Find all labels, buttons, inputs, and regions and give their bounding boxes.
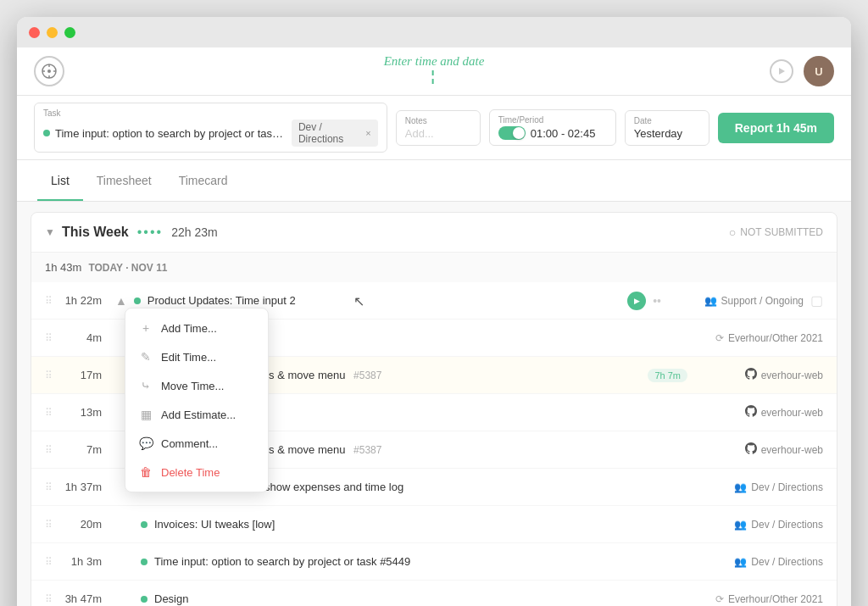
time-row: ⠿ 1h 3m Time input: option to search by … [31, 543, 837, 581]
row-project: everhour-web [687, 442, 823, 457]
row-duration: 4m [59, 331, 102, 344]
menu-delete-time[interactable]: 🗑 Delete Time [125, 458, 268, 486]
row-duration: 1h 3m [59, 555, 102, 568]
edit-icon: ✎ [139, 350, 153, 364]
row-title: Product Updates: Time input 2 [147, 294, 627, 307]
main-content: List Timesheet Timecard ▼ This Week ••••… [17, 160, 851, 606]
estimate-badge: 7h 7m [648, 369, 687, 382]
move-icon: ⤷ [139, 379, 153, 392]
status-dot [43, 130, 50, 136]
task-text: Time input: option to search by project … [55, 127, 287, 140]
avatar[interactable]: U [804, 56, 834, 86]
task-label: Task [43, 108, 378, 118]
svg-point-1 [47, 69, 51, 73]
day-hours: 1h 43m [45, 261, 81, 274]
row-project: 👥 Dev / Directions [687, 556, 823, 568]
row-status-dot [141, 521, 147, 528]
row-duration: 1h 37m [59, 481, 102, 493]
time-row: ⠿ 3h 47m Design ⟳ Everhour/Other 2021 [31, 581, 837, 606]
task-field[interactable]: Task Time input: option to search by pro… [34, 103, 387, 153]
time-row: ⠿ 1h 22m ▲ Product Updates: Time input 2… [31, 282, 837, 320]
row-title: Time input: option to search by project … [154, 555, 687, 568]
drag-handle-icon[interactable]: ⠿ [45, 407, 53, 419]
row-title: Design [154, 592, 687, 605]
drag-handle-icon[interactable]: ⠿ [45, 370, 53, 381]
tab-timecard[interactable]: Timecard [165, 160, 242, 201]
drag-handle-icon[interactable]: ⠿ [45, 295, 53, 307]
date-field[interactable]: Date Yesterday [625, 110, 709, 146]
row-project: ⟳ Everhour/Other 2021 [687, 593, 823, 605]
comment-icon: 💬 [139, 436, 153, 450]
menu-add-estimate[interactable]: ▦ Add Estimate... [125, 400, 268, 429]
drag-handle-icon[interactable]: ⠿ [45, 593, 53, 605]
notes-field[interactable]: Notes Add... [396, 110, 481, 146]
app-logo[interactable] [34, 56, 64, 86]
row-duration: 13m [59, 406, 102, 419]
more-options-icon[interactable]: •• [653, 294, 661, 308]
row-project: 👥 Dev / Directions [687, 519, 823, 531]
task-tag: Dev / Directions × [292, 120, 378, 147]
drag-handle-icon[interactable]: ⠿ [45, 556, 53, 568]
row-title: Invoices: UI tweaks [low] [154, 518, 687, 531]
menu-move-time[interactable]: ⤷ Move Time... [125, 371, 268, 400]
time-range: 01:00 - 02:45 [531, 127, 596, 140]
archive-icon[interactable]: ▢ [810, 292, 823, 309]
row-status-dot [134, 297, 141, 304]
row-project: everhour-web [687, 368, 823, 382]
row-project: everhour-web [687, 405, 823, 420]
drag-handle-icon[interactable]: ⠿ [45, 519, 53, 531]
row-duration: 7m [59, 443, 102, 456]
row-project: 👥 Support / Ongoing [668, 295, 804, 307]
time-period-field[interactable]: Time/Period 01:00 - 02:45 [489, 109, 616, 146]
menu-comment[interactable]: 💬 Comment... [125, 429, 268, 458]
sync-icon: ⟳ [715, 332, 724, 344]
not-submitted-badge: ○ NOT SUBMITTED [729, 225, 823, 239]
row-project: ⟳ Everhour/Other 2021 [687, 332, 823, 344]
people-icon: 👥 [704, 295, 717, 307]
report-button[interactable]: Report 1h 45m [718, 113, 834, 143]
github-icon [745, 405, 757, 420]
sync-icon: ⟳ [715, 593, 724, 605]
drag-handle-icon[interactable]: ⠿ [45, 444, 53, 456]
week-header: ▼ This Week •••• 22h 23m ○ NOT SUBMITTED [31, 213, 837, 253]
tabs-bar: List Timesheet Timecard [17, 160, 851, 202]
people-icon: 👥 [734, 556, 747, 568]
add-icon: + [139, 321, 153, 335]
people-icon: 👥 [734, 481, 747, 493]
date-value: Yesterday [634, 127, 700, 140]
expand-icon[interactable]: ▲ [115, 294, 127, 308]
row-duration: 3h 47m [59, 592, 102, 605]
row-duration: 17m [59, 369, 102, 381]
tab-timesheet[interactable]: Timesheet [83, 160, 165, 201]
minimize-button[interactable] [47, 27, 58, 38]
time-period-toggle[interactable] [498, 126, 526, 140]
remove-tag-button[interactable]: × [365, 128, 370, 138]
github-icon [745, 368, 757, 382]
menu-add-time[interactable]: + Add Time... [125, 314, 268, 342]
tab-list[interactable]: List [37, 160, 83, 201]
close-button[interactable] [29, 27, 40, 38]
task-value: Time input: option to search by project … [43, 120, 378, 147]
drag-handle-icon[interactable]: ⠿ [45, 481, 53, 493]
week-chevron-icon[interactable]: ▼ [45, 226, 55, 238]
svg-marker-6 [779, 68, 785, 75]
app-window: Enter time and date U Task Time input: o… [17, 17, 851, 606]
play-button[interactable]: ▶ [627, 292, 646, 310]
drag-handle-icon[interactable]: ⠿ [45, 332, 53, 344]
check-icon: ○ [729, 225, 736, 239]
time-input-bar: Task Time input: option to search by pro… [17, 96, 851, 160]
week-progress-dots: •••• [137, 225, 163, 240]
play-button-top[interactable] [770, 59, 793, 83]
people-icon: 👥 [734, 519, 747, 531]
week-hours: 22h 23m [171, 225, 217, 239]
titlebar [17, 17, 851, 47]
time-period-label: Time/Period [498, 115, 607, 125]
time-row: ⠿ 20m Invoices: UI tweaks [low] 👥 Dev / … [31, 506, 837, 543]
row-duration: 1h 22m [59, 294, 102, 307]
maximize-button[interactable] [64, 27, 75, 38]
notes-placeholder: Add... [405, 127, 471, 140]
context-menu: + Add Time... ✎ Edit Time... ⤷ Move Time… [125, 308, 269, 492]
row-status-dot [141, 596, 147, 603]
menu-edit-time[interactable]: ✎ Edit Time... [125, 342, 268, 371]
day-label: TODAY · NOV 11 [88, 262, 167, 274]
